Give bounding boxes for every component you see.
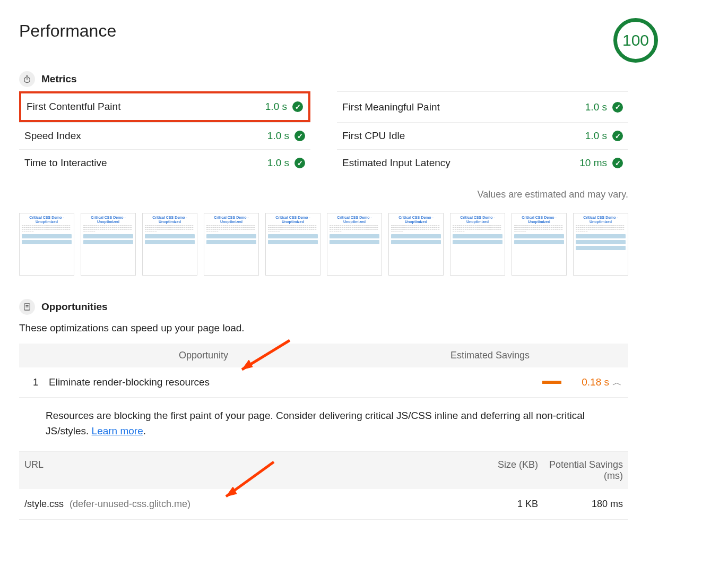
stopwatch-icon [19, 71, 35, 87]
metric-name: Speed Index [24, 130, 81, 142]
page-title: Performance [19, 21, 116, 41]
col-opportunity: Opportunity [49, 350, 240, 361]
opportunities-description: These optimizations can speed up your pa… [19, 322, 628, 334]
check-icon [292, 101, 303, 112]
metric-name: First CPU Idle [342, 130, 405, 142]
savings-bar [542, 381, 561, 384]
metric-row[interactable]: Speed Index1.0 s [19, 122, 310, 149]
metric-row[interactable]: Time to Interactive1.0 s [19, 149, 310, 176]
performance-score-gauge: 100 [613, 18, 658, 63]
metric-value: 10 ms [579, 157, 623, 169]
resource-origin: (defer-unused-css.glitch.me) [70, 499, 190, 509]
metric-name: First Meaningful Paint [342, 101, 440, 113]
filmstrip-thumb: Critical CSS Demo - Unoptimized— — — — —… [388, 213, 444, 276]
metric-row[interactable]: First CPU Idle1.0 s [337, 122, 628, 149]
check-icon [612, 158, 623, 168]
col-savings: Estimated Savings [240, 350, 530, 361]
filmstrip-thumb: Critical CSS Demo - Unoptimized— — — — —… [142, 213, 197, 276]
metric-value: 1.0 s [267, 157, 305, 169]
opportunities-icon [19, 299, 35, 315]
metrics-disclaimer: Values are estimated and may vary. [19, 189, 628, 200]
metric-name: First Contentful Paint [27, 101, 120, 113]
col-size: Size (KB) [464, 459, 538, 482]
opportunities-section-title: Opportunities [41, 301, 108, 313]
learn-more-link[interactable]: Learn more [92, 425, 143, 436]
filmstrip-thumb: Critical CSS Demo - Unoptimized— — — — —… [81, 213, 136, 276]
metric-value: 1.0 s [267, 130, 305, 142]
resource-size: 1 KB [464, 499, 538, 510]
check-icon [294, 158, 305, 168]
metric-name: Time to Interactive [24, 157, 107, 169]
check-icon [612, 102, 623, 113]
svg-point-0 [24, 77, 30, 83]
metrics-section-title: Metrics [41, 73, 77, 85]
opportunity-index: 1 [22, 377, 49, 388]
resource-path: /style.css [24, 499, 64, 509]
filmstrip-thumb: Critical CSS Demo - Unoptimized— — — — —… [512, 213, 567, 276]
metric-value: 1.0 s [585, 101, 623, 113]
opportunity-detail: Resources are blocking the first paint o… [19, 398, 628, 452]
metric-row[interactable]: First Meaningful Paint1.0 s [337, 91, 628, 122]
opportunity-row[interactable]: 1 Eliminate render-blocking resources 0.… [19, 367, 628, 398]
opportunities-header: Opportunity Estimated Savings [19, 344, 628, 367]
metric-row[interactable]: First Contentful Paint1.0 s [19, 91, 310, 122]
filmstrip-thumb: Critical CSS Demo - Unoptimized— — — — —… [19, 213, 74, 276]
check-icon [294, 131, 305, 141]
resource-row: /style.css (defer-unused-css.glitch.me) … [19, 489, 628, 520]
metric-value: 1.0 s [585, 130, 623, 142]
col-url: URL [24, 459, 464, 482]
resources-header: URL Size (KB) Potential Savings (ms) [19, 452, 628, 489]
filmstrip-thumb: Critical CSS Demo - Unoptimized— — — — —… [265, 213, 320, 276]
resource-potential: 180 ms [538, 499, 623, 510]
filmstrip-thumb: Critical CSS Demo - Unoptimized— — — — —… [450, 213, 505, 276]
filmstrip-thumb: Critical CSS Demo - Unoptimized— — — — —… [573, 213, 628, 276]
filmstrip-thumb: Critical CSS Demo - Unoptimized— — — — —… [327, 213, 382, 276]
metric-value: 1.0 s [265, 101, 303, 113]
metric-name: Estimated Input Latency [342, 157, 450, 169]
performance-score-value: 100 [622, 31, 649, 49]
filmstrip-thumb: Critical CSS Demo - Unoptimized— — — — —… [204, 213, 259, 276]
filmstrip: Critical CSS Demo - Unoptimized— — — — —… [19, 213, 628, 276]
col-potential: Potential Savings (ms) [538, 459, 623, 482]
chevron-up-icon[interactable]: ︿ [609, 376, 625, 389]
check-icon [612, 131, 623, 141]
metric-row[interactable]: Estimated Input Latency10 ms [337, 149, 628, 176]
opportunity-name: Eliminate render-blocking resources [49, 376, 420, 388]
savings-value: 0.18 s [567, 376, 609, 388]
